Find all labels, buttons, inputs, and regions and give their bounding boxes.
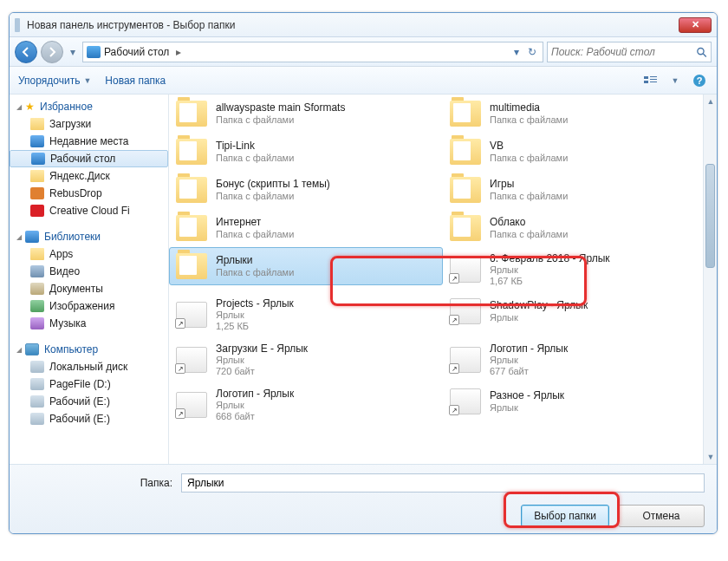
svg-rect-2 <box>644 76 648 79</box>
search-box[interactable] <box>547 42 712 62</box>
sidebar-item-video[interactable]: Видео <box>10 263 168 280</box>
sidebar-item-pictures[interactable]: Изображения <box>10 297 168 315</box>
file-size: 1,25 КБ <box>216 321 294 332</box>
folder-icon <box>176 101 207 127</box>
search-input[interactable] <box>551 46 692 58</box>
file-subtitle: Папка с файлами <box>216 153 294 164</box>
title-bar: Новая панель инструментов - Выбор папки … <box>10 13 717 37</box>
folder-icon <box>30 118 44 130</box>
breadcrumb-arrow-icon[interactable]: ▸ <box>172 46 185 58</box>
folder-icon <box>450 139 481 165</box>
star-icon: ★ <box>25 101 35 113</box>
shortcut-icon: ↗ <box>176 347 207 373</box>
folder-icon <box>450 101 481 127</box>
list-item[interactable]: VBПапка с файлами <box>443 133 717 171</box>
sidebar-favorites-header[interactable]: ◢ ★ Избранное <box>10 98 168 115</box>
shortcut-arrow-icon: ↗ <box>175 408 185 419</box>
file-subtitle: Ярлык <box>216 400 294 411</box>
sidebar-item-rebusdrop[interactable]: RebusDrop <box>10 185 168 202</box>
file-name: Интернет <box>216 216 294 228</box>
refresh-icon[interactable]: ↻ <box>525 45 539 59</box>
desktop-icon <box>31 153 45 165</box>
address-dropdown-icon[interactable]: ▾ <box>510 45 523 59</box>
search-icon <box>696 46 707 58</box>
list-item[interactable]: ↗Загрузки Е - ЯрлыкЯрлык720 байт <box>169 337 443 382</box>
list-item[interactable]: ОблакоПапка с файлами <box>443 209 717 247</box>
nav-bar: ▾ Рабочий стол ▸ ▾ ↻ <box>10 37 717 67</box>
view-options-icon[interactable] <box>642 72 660 89</box>
list-item[interactable]: ↗6. Февраль 2018 - ЯрлыкЯрлык1,67 КБ <box>443 247 717 292</box>
rebus-icon <box>30 187 44 199</box>
scrollbar[interactable]: ▲ ▼ <box>703 95 717 464</box>
scroll-up-icon[interactable]: ▲ <box>704 95 717 108</box>
scroll-down-icon[interactable]: ▼ <box>704 450 717 464</box>
scroll-thumb[interactable] <box>705 164 715 268</box>
file-subtitle: Папка с файлами <box>216 267 294 278</box>
sidebar-item-music[interactable]: Музыка <box>10 315 168 332</box>
window-title: Новая панель инструментов - Выбор папки <box>27 19 679 31</box>
view-dropdown-icon[interactable]: ▼ <box>666 72 684 89</box>
file-name: ShadowPlay - Ярлык <box>490 299 588 311</box>
list-item[interactable]: ↗Логотип - ЯрлыкЯрлык677 байт <box>443 337 717 382</box>
sidebar-item-disk-c[interactable]: Локальный диск <box>10 358 168 375</box>
arrow-left-icon <box>20 46 32 58</box>
sidebar-item-downloads[interactable]: Загрузки <box>10 115 168 133</box>
list-item[interactable]: Tipi-LinkПапка с файлами <box>169 133 443 171</box>
new-folder-label: Новая папка <box>105 75 166 87</box>
sidebar-computer-header[interactable]: ◢ Компьютер <box>10 341 168 358</box>
address-bar[interactable]: Рабочий стол ▸ ▾ ↻ <box>82 42 543 62</box>
disk-icon <box>30 361 44 373</box>
footer: Папка: Выбор папки Отмена <box>10 464 717 534</box>
file-size: 668 байт <box>216 411 294 422</box>
back-button[interactable] <box>15 41 37 63</box>
sidebar-item-creative-cloud[interactable]: Creative Cloud Fi <box>10 202 168 219</box>
shortcut-arrow-icon: ↗ <box>175 318 185 329</box>
shortcut-icon: ↗ <box>176 302 207 328</box>
arrow-right-icon <box>46 46 58 58</box>
sidebar-item-disk-e2[interactable]: Рабочий (E:) <box>10 410 168 427</box>
organize-button[interactable]: Упорядочить ▼ <box>18 75 91 87</box>
sidebar-item-recent[interactable]: Недавние места <box>10 133 168 150</box>
shortcut-arrow-icon: ↗ <box>449 405 459 415</box>
favorites-label: Избранное <box>40 101 93 113</box>
help-icon[interactable]: ? <box>691 72 708 89</box>
new-folder-button[interactable]: Новая папка <box>105 75 166 87</box>
list-item[interactable]: ИнтернетПапка с файлами <box>169 209 443 247</box>
file-name: Projects - Ярлык <box>216 297 294 310</box>
file-subtitle: Папка с файлами <box>216 229 294 240</box>
sidebar-item-disk-e1[interactable]: Рабочий (E:) <box>10 393 168 410</box>
list-item[interactable]: ↗Projects - ЯрлыкЯрлык1,25 КБ <box>169 292 443 337</box>
folder-icon <box>176 177 207 203</box>
shortcut-arrow-icon: ↗ <box>449 273 459 284</box>
list-item[interactable]: allwayspaste main SformatsПапка с файлам… <box>169 95 443 133</box>
sidebar-item-apps[interactable]: Apps <box>10 245 168 263</box>
list-item[interactable]: ИгрыПапка с файлами <box>443 171 717 209</box>
sidebar-item-yandex[interactable]: Яндекс.Диск <box>10 167 168 185</box>
list-item[interactable]: Бонус (скрипты 1 темы)Папка с файлами <box>169 171 443 209</box>
cancel-button[interactable]: Отмена <box>618 505 705 527</box>
sidebar-libraries-header[interactable]: ◢ Библиотеки <box>10 228 168 245</box>
list-item[interactable]: ↗ShadowPlay - ЯрлыкЯрлык <box>443 292 717 330</box>
list-item[interactable]: multimediaПапка с файлами <box>443 95 717 133</box>
shortcut-arrow-icon: ↗ <box>175 363 185 374</box>
select-folder-button[interactable]: Выбор папки <box>521 505 609 527</box>
creative-cloud-icon <box>30 205 44 217</box>
list-item[interactable]: ↗Разное - ЯрлыкЯрлык <box>443 382 717 421</box>
folder-input[interactable] <box>181 473 705 493</box>
nav-history-dropdown[interactable]: ▾ <box>67 46 79 58</box>
shortcut-icon: ↗ <box>450 347 481 373</box>
close-button[interactable]: ✕ <box>679 17 712 33</box>
list-item[interactable]: ↗Логотип - ЯрлыкЯрлык668 байт <box>169 382 443 427</box>
file-subtitle: Ярлык <box>490 264 610 276</box>
svg-rect-3 <box>644 81 648 83</box>
sidebar-item-disk-d[interactable]: PageFile (D:) <box>10 375 168 393</box>
file-subtitle: Ярлык <box>216 310 294 321</box>
disk-icon <box>30 395 44 408</box>
list-item[interactable]: ЯрлыкиПапка с файлами <box>169 247 443 285</box>
shortcut-arrow-icon: ↗ <box>449 315 459 325</box>
forward-button[interactable] <box>41 41 63 63</box>
file-size: 720 байт <box>216 366 308 377</box>
file-name: Ярлыки <box>216 254 294 266</box>
sidebar-item-desktop[interactable]: Рабочий стол <box>10 150 168 167</box>
sidebar-item-documents[interactable]: Документы <box>10 280 168 297</box>
